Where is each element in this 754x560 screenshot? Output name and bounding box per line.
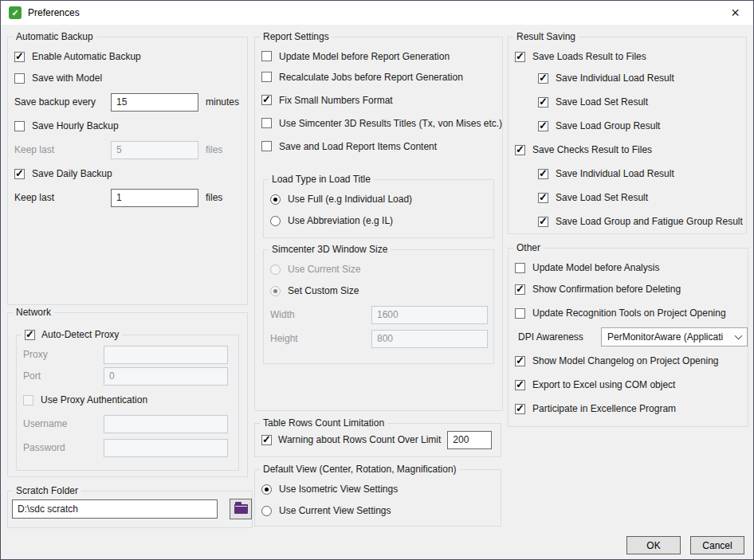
- rows-count-warning-checkbox[interactable]: [261, 435, 272, 445]
- save-checks-result-checkbox[interactable]: [515, 145, 525, 155]
- group-automatic-backup: Automatic Backup Enable Automatic Backup…: [7, 31, 248, 305]
- dpi-awareness-value: PerMonitorAware (Applicati: [607, 331, 723, 343]
- daily-keep-last-unit: files: [206, 192, 222, 203]
- fix-small-numbers-label: Fix Small Numbers Format: [279, 95, 393, 106]
- username-input: [104, 415, 228, 433]
- excellence-program-checkbox[interactable]: [515, 404, 525, 414]
- row-isometric-view: Use Isometric View Settings: [255, 475, 501, 499]
- hourly-keep-last-input: [111, 141, 198, 159]
- group-load-type-legend: Load Type in Load Title: [269, 174, 374, 185]
- checks-individual-checkbox[interactable]: [538, 169, 548, 179]
- use-abbreviation-radio[interactable]: [270, 216, 281, 226]
- hourly-keep-last-label: Keep last: [14, 144, 104, 155]
- row-fix-small-numbers: Fix Small Numbers Format: [255, 88, 502, 112]
- save-checks-result-label: Save Checks Result to Files: [532, 144, 652, 155]
- row-dpi-awareness: DPI Awareness PerMonitorAware (Applicati: [509, 325, 748, 349]
- password-input: [104, 439, 228, 457]
- proxy-label: Proxy: [23, 349, 96, 360]
- checks-group-fatigue-label: Save Load Group and Fatigue Group Result: [556, 216, 743, 227]
- isometric-view-radio[interactable]: [261, 484, 272, 495]
- loads-individual-label: Save Individual Load Result: [556, 72, 674, 84]
- use-simcenter-titles-label: Use Simcenter 3D Results Titles (Tx, von…: [279, 118, 502, 129]
- save-with-model-label: Save with Model: [32, 72, 102, 84]
- cancel-button[interactable]: Cancel: [690, 536, 744, 554]
- port-input: [104, 367, 228, 386]
- save-daily-backup-checkbox[interactable]: [14, 169, 25, 179]
- update-model-before-report-checkbox[interactable]: [261, 51, 272, 61]
- set-custom-size-label: Set Custom Size: [288, 285, 359, 296]
- group-window-size-legend: Simcenter 3D Window Size: [269, 244, 391, 255]
- checks-set-checkbox[interactable]: [538, 193, 548, 203]
- row-proxy: Proxy: [17, 340, 238, 364]
- model-changelog-label: Show Model Changelog on Project Opening: [532, 355, 718, 366]
- row-set-custom-size: Set Custom Size: [264, 279, 493, 303]
- row-loads-set: Save Load Set Result: [509, 90, 746, 114]
- save-with-model-checkbox[interactable]: [14, 73, 25, 84]
- window-title: Preferences: [28, 7, 80, 18]
- update-model-before-report-label: Update Model before Report Generation: [279, 51, 450, 62]
- save-loads-result-checkbox[interactable]: [515, 52, 525, 62]
- isometric-view-label: Use Isometric View Settings: [279, 484, 398, 495]
- row-save-daily-backup: Save Daily Backup: [8, 162, 247, 186]
- export-excel-checkbox[interactable]: [515, 380, 525, 390]
- daily-keep-last-input[interactable]: [111, 189, 198, 207]
- row-checks-group-fatigue: Save Load Group and Fatigue Group Result: [509, 210, 746, 233]
- close-icon[interactable]: ×: [717, 1, 753, 25]
- row-checks-individual: Save Individual Load Result: [509, 162, 746, 186]
- update-model-analysis-label: Update Model before Analysis: [532, 262, 659, 273]
- save-hourly-backup-label: Save Hourly Backup: [32, 120, 119, 131]
- row-scratch-folder: [8, 496, 252, 522]
- group-other: Other Update Model before Analysis Show …: [508, 242, 748, 427]
- update-recognition-label: Update Recognition Tools on Project Open…: [532, 307, 726, 319]
- current-view-label: Use Current View Settings: [279, 505, 391, 516]
- row-loads-individual: Save Individual Load Result: [509, 66, 746, 90]
- use-proxy-authentication-label: Use Proxy Authentication: [41, 394, 147, 405]
- group-automatic-backup-legend: Automatic Backup: [13, 31, 96, 42]
- enable-automatic-backup-checkbox[interactable]: [14, 52, 25, 62]
- enable-automatic-backup-label: Enable Automatic Backup: [32, 51, 141, 62]
- titlebar: ✓ Preferences ×: [1, 1, 753, 25]
- width-input: [371, 306, 488, 324]
- update-recognition-checkbox[interactable]: [515, 308, 525, 319]
- loads-set-checkbox[interactable]: [538, 97, 548, 108]
- excellence-program-label: Participate in Excellence Program: [532, 403, 676, 414]
- loads-set-label: Save Load Set Result: [556, 96, 648, 108]
- dpi-awareness-select[interactable]: PerMonitorAware (Applicati: [601, 327, 748, 347]
- model-changelog-checkbox[interactable]: [515, 356, 525, 366]
- use-full-radio[interactable]: [270, 194, 281, 205]
- row-save-checks-result: Save Checks Result to Files: [509, 138, 746, 162]
- ok-button[interactable]: OK: [626, 536, 681, 554]
- scratch-folder-input[interactable]: [12, 499, 218, 519]
- save-backup-every-input[interactable]: [111, 93, 198, 112]
- use-current-size-radio: [270, 264, 281, 275]
- use-abbreviation-label: Use Abbreviation (e.g IL): [288, 215, 393, 226]
- group-scratch-folder-legend: Scratch Folder: [13, 485, 81, 496]
- browse-folder-button[interactable]: [230, 499, 252, 519]
- save-daily-backup-label: Save Daily Backup: [32, 168, 112, 179]
- confirm-delete-checkbox[interactable]: [515, 284, 525, 295]
- folder-icon: [234, 504, 248, 514]
- fix-small-numbers-checkbox[interactable]: [261, 95, 272, 105]
- checks-group-fatigue-checkbox[interactable]: [538, 217, 548, 227]
- group-report-settings-legend: Report Settings: [260, 31, 332, 42]
- width-label: Width: [270, 309, 364, 320]
- loads-group-checkbox[interactable]: [538, 121, 548, 131]
- row-update-model-before-report: Update Model before Report Generation: [255, 42, 502, 65]
- row-use-abbreviation: Use Abbreviation (e.g IL): [264, 209, 493, 233]
- save-hourly-backup-checkbox[interactable]: [14, 121, 25, 131]
- password-label: Password: [23, 442, 96, 453]
- current-view-radio[interactable]: [261, 506, 272, 516]
- group-result-saving: Result Saving Save Loads Result to Files…: [508, 31, 747, 234]
- update-model-analysis-checkbox[interactable]: [515, 263, 525, 273]
- row-use-full: Use Full (e.g Individual Load): [264, 185, 493, 209]
- hourly-keep-last-unit: files: [206, 144, 222, 155]
- save-load-report-items-checkbox[interactable]: [261, 141, 272, 151]
- loads-individual-checkbox[interactable]: [538, 73, 548, 84]
- group-default-view-legend: Default View (Center, Rotation, Magnific…: [260, 464, 460, 475]
- rows-count-limit-input[interactable]: [447, 431, 492, 449]
- auto-detect-proxy-checkbox[interactable]: [25, 330, 35, 340]
- recalculate-jobs-checkbox[interactable]: [261, 72, 272, 82]
- row-save-load-report-items: Save and Load Report Items Content: [255, 135, 502, 158]
- group-table-rows-limit-legend: Table Rows Count Limitation: [260, 417, 387, 429]
- use-simcenter-titles-checkbox[interactable]: [261, 118, 272, 128]
